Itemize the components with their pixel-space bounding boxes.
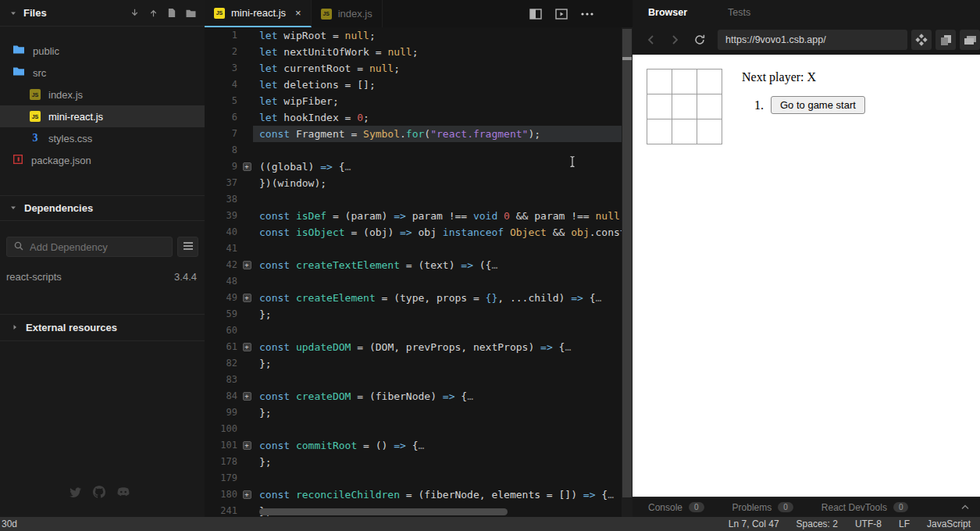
code-text[interactable] xyxy=(253,191,633,208)
upload-icon[interactable] xyxy=(148,8,159,18)
address-bar[interactable] xyxy=(718,30,907,50)
file-item-src[interactable]: src xyxy=(0,62,205,84)
external-resources-header[interactable]: External resources xyxy=(0,314,205,341)
chevron-down-icon[interactable] xyxy=(9,9,17,17)
board-square[interactable] xyxy=(697,94,722,119)
code-text[interactable]: let hookIndex = 0; xyxy=(253,109,633,126)
status-item[interactable]: Ln 7, Col 47 xyxy=(729,519,779,529)
code-text[interactable]: }; xyxy=(253,454,633,470)
vertical-scrollbar[interactable] xyxy=(622,27,633,517)
file-item-mini-react.js[interactable]: JSmini-react.js xyxy=(0,105,205,127)
tab-index.js[interactable]: JSindex.js xyxy=(312,0,383,27)
panel-tab-react-devtools[interactable]: React DevTools0 xyxy=(821,502,909,513)
code-text[interactable]: })(window); xyxy=(253,175,633,191)
code-text[interactable]: const commitRoot = () => {… xyxy=(253,437,633,454)
code-line: 99}; xyxy=(205,404,633,421)
panel-tab-console[interactable]: Console0 xyxy=(648,502,704,513)
code-text[interactable]: }; xyxy=(253,306,633,323)
back-icon[interactable] xyxy=(642,34,659,45)
file-item-public[interactable]: public xyxy=(0,40,205,62)
fold-expand-icon[interactable]: + xyxy=(243,294,251,302)
scrollbar-thumb[interactable] xyxy=(622,29,632,497)
dependency-item[interactable]: react-scripts3.4.4 xyxy=(0,271,205,283)
code-text[interactable]: const createTextElement = (text) => ({… xyxy=(253,257,633,273)
more-options-icon[interactable] xyxy=(581,12,593,16)
preview-tab-browser[interactable]: Browser xyxy=(648,7,687,18)
code-text[interactable]: const reconcileChildren = (fiberNode, el… xyxy=(253,486,633,503)
code-text[interactable] xyxy=(253,273,633,290)
code-text[interactable]: let wipFiber; xyxy=(253,93,633,109)
preview-tab-tests[interactable]: Tests xyxy=(728,7,750,18)
tab-mini-react.js[interactable]: JSmini-react.js× xyxy=(205,0,312,27)
board-square[interactable] xyxy=(647,119,672,144)
twitter-icon[interactable] xyxy=(69,486,82,497)
fold-expand-icon[interactable]: + xyxy=(243,392,251,401)
horizontal-scrollbar[interactable] xyxy=(259,508,508,515)
fold-expand-icon[interactable]: + xyxy=(243,162,251,171)
discord-icon[interactable] xyxy=(116,486,130,497)
code-text[interactable]: const isDef = (param) => param !== void … xyxy=(253,208,633,224)
download-icon[interactable] xyxy=(130,8,140,18)
file-item-package.json[interactable]: package.json xyxy=(0,149,205,171)
chevron-up-icon[interactable] xyxy=(961,504,969,510)
responsive-mode-button[interactable] xyxy=(911,30,932,50)
add-dependency-input[interactable] xyxy=(30,241,166,253)
go-to-game-start-button[interactable]: Go to game start xyxy=(771,96,865,114)
code-text[interactable]: const createDOM = (fiberNode) => {… xyxy=(253,388,633,404)
status-item[interactable]: JavaScript xyxy=(927,519,971,529)
code-editor[interactable]: 1let wipRoot = null;2let nextUnitOfWork … xyxy=(205,27,633,517)
code-text[interactable] xyxy=(253,241,633,257)
new-file-icon[interactable] xyxy=(167,8,176,18)
code-text[interactable]: const updateDOM = (DOM, prevProps, nextP… xyxy=(253,339,633,355)
dependencies-header[interactable]: Dependencies xyxy=(0,195,205,221)
fold-expand-icon[interactable]: + xyxy=(243,343,251,351)
split-view-icon[interactable] xyxy=(529,9,542,20)
board-square[interactable] xyxy=(672,69,697,94)
code-text[interactable] xyxy=(253,323,633,339)
board-square[interactable] xyxy=(672,119,697,144)
code-text[interactable]: }; xyxy=(253,355,633,372)
dependency-menu-button[interactable] xyxy=(177,237,198,257)
copy-sandbox-button[interactable] xyxy=(935,30,956,50)
line-number: 101 xyxy=(205,437,241,454)
editor-tabbar: JSmini-react.js×JSindex.js xyxy=(205,0,633,27)
status-item[interactable]: UTF-8 xyxy=(855,519,882,529)
board-square[interactable] xyxy=(672,94,697,119)
file-item-styles.css[interactable]: 3styles.css xyxy=(0,127,205,149)
status-item[interactable]: LF xyxy=(899,519,910,529)
new-folder-icon[interactable] xyxy=(185,9,197,18)
code-text[interactable] xyxy=(253,421,633,437)
code-text[interactable]: let wipRoot = null; xyxy=(253,27,633,44)
fold-column xyxy=(241,241,253,257)
panel-tab-problems[interactable]: Problems0 xyxy=(732,502,793,513)
open-new-window-button[interactable] xyxy=(960,30,980,50)
code-text[interactable]: const isObject = (obj) => obj instanceof… xyxy=(253,224,633,241)
status-item[interactable]: Spaces: 2 xyxy=(796,519,838,529)
board-square[interactable] xyxy=(647,69,672,94)
file-item-index.js[interactable]: JSindex.js xyxy=(0,84,205,105)
refresh-icon[interactable] xyxy=(691,34,708,46)
fold-expand-icon[interactable]: + xyxy=(243,441,251,450)
add-dependency-search[interactable] xyxy=(6,237,173,257)
code-text[interactable]: }; xyxy=(253,404,633,421)
code-text[interactable]: let deletions = []; xyxy=(253,77,633,93)
board-square[interactable] xyxy=(697,119,722,144)
forward-icon[interactable] xyxy=(667,34,684,45)
board-square[interactable] xyxy=(697,69,722,94)
text-cursor-pointer-icon xyxy=(568,155,576,171)
github-icon[interactable] xyxy=(93,486,105,498)
code-text[interactable] xyxy=(253,470,633,486)
fold-expand-icon[interactable]: + xyxy=(243,490,251,499)
board-square[interactable] xyxy=(647,94,672,119)
fold-expand-icon[interactable]: + xyxy=(243,261,251,269)
url-input[interactable] xyxy=(725,34,900,45)
close-icon[interactable]: × xyxy=(295,7,301,19)
code-text[interactable]: const createElement = (type, props = {},… xyxy=(253,290,633,306)
code-text[interactable]: const Fragment = Symbol.for("react.fragm… xyxy=(253,126,633,142)
code-text[interactable]: let currentRoot = null; xyxy=(253,60,633,77)
code-text[interactable] xyxy=(253,372,633,388)
social-links xyxy=(69,486,130,498)
open-preview-icon[interactable] xyxy=(555,9,568,20)
code-text[interactable]: let nextUnitOfWork = null; xyxy=(253,44,633,60)
file-name: mini-react.js xyxy=(48,111,103,123)
